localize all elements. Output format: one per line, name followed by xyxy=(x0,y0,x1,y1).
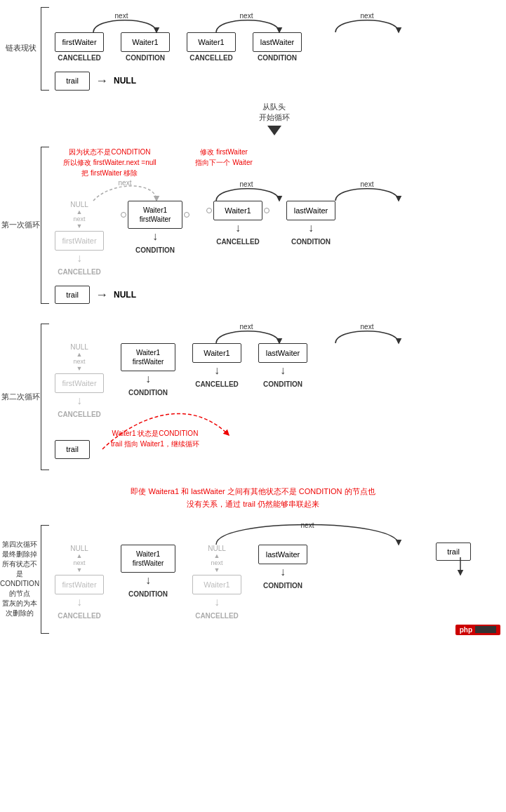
trail-box-4-container: trail xyxy=(436,543,492,578)
section3-nodes-row: next next NULL ▲ next ▼ firstWaiter ↓ CA… xyxy=(49,324,506,418)
firstwaiter-status-1: CANCELLED xyxy=(58,54,101,62)
up-arr-2: ▲ xyxy=(76,208,83,215)
section1-arrows: next next next xyxy=(55,13,448,51)
node-firstwaiter-1: firstWaiter CANCELLED xyxy=(55,32,104,62)
svg-text:next: next xyxy=(361,323,374,331)
firstwaiter-box-1: firstWaiter xyxy=(55,32,104,52)
section4-brace xyxy=(41,525,49,634)
svg-text:next: next xyxy=(240,323,253,331)
lastwaiter-box-1: lastWaiter xyxy=(253,32,302,52)
trail-box-4: trail xyxy=(436,543,471,561)
waiter1-status-3: CANCELLED xyxy=(216,238,260,246)
trail-arrow-1: → xyxy=(95,74,108,88)
down-arrow-node2-2: ↓ xyxy=(152,230,158,243)
annotation-right-2: 修改 firstWaiter指向下一个 Waiter xyxy=(171,147,278,178)
section4-arrows: next xyxy=(55,525,448,564)
svg-text:next: next xyxy=(240,180,253,188)
svg-text:next: next xyxy=(361,12,374,20)
null-label-2: NULL xyxy=(70,201,88,208)
section4-top-annotation: 即使 Waitera1 和 lastWaiter 之间有其他状态不是 CONDI… xyxy=(0,477,506,514)
circle-dot-left-2 xyxy=(121,212,126,218)
node-waiter1first-4: Waiter1firstWaiter ↓ CONDITION xyxy=(121,545,175,598)
node-lastwaiter-1: lastWaiter CONDITION xyxy=(253,32,302,62)
trail-box-1: trail xyxy=(55,72,90,90)
circle-dot-left-3 xyxy=(206,208,212,213)
node-waiter1-canc-1: Waiter1 CANCELLED xyxy=(187,32,236,62)
section2-brace xyxy=(41,147,49,305)
lastwaiter-status-2: CONDITION xyxy=(291,238,331,246)
section4: 第四次循环最终删除掉所有状态不是CONDITION的节点置灰的为本次删除的 ne… xyxy=(0,518,506,641)
trail-null-2: NULL xyxy=(114,290,136,300)
node-firstwaiter-3: NULL ▲ next ▼ firstWaiter ↓ CANCELLED xyxy=(55,343,104,418)
section2-nodes-row: next next next NULL ▲ next ▼ firstWaiter… xyxy=(49,181,506,276)
from-queue-label: 从队头 开始循环 xyxy=(259,102,290,123)
svg-text:next: next xyxy=(301,521,314,529)
firstwaiter-box-3: firstWaiter xyxy=(55,373,104,393)
trail-annotation-3: Waiter1 状态是CONDITIONtrail 指向 Waiter1，继续循… xyxy=(111,428,199,449)
section2-annotations: 因为状态不是CONDITION所以修改 firstWaiter.next =nu… xyxy=(49,147,506,178)
svg-text:next: next xyxy=(115,12,128,20)
php-badge: php xyxy=(455,625,500,635)
down-arrow-last-2: ↓ xyxy=(308,222,314,234)
page-container: 链表现状 next next next xyxy=(0,0,506,641)
firstwaiter-status-2: CANCELLED xyxy=(58,268,101,276)
waiter1-canc-box-1: Waiter1 xyxy=(187,32,236,52)
lastwaiter-box-2: lastWaiter xyxy=(286,201,335,220)
section4-label: 第四次循环最终删除掉所有状态不是CONDITION的节点置灰的为本次删除的 xyxy=(0,540,39,618)
node-firstwaiter-4: NULL ▲ next ▼ firstWaiter ↓ CANCELLED xyxy=(55,545,104,620)
trail-arrow-2: → xyxy=(95,288,108,302)
section1-trail-row: trail → NULL xyxy=(55,72,506,90)
section3-label: 第二次循环 xyxy=(1,392,40,402)
svg-text:next: next xyxy=(119,179,132,187)
node-lastwaiter-3: lastWaiter ↓ CONDITION xyxy=(258,343,307,388)
section3-trail-row: trail Waiter1 状态是CONDITIONtrail 指向 Waite… xyxy=(55,428,506,470)
circle-dot-right-2 xyxy=(184,212,189,218)
node-waiter1-3: Waiter1 ↓ CANCELLED xyxy=(206,201,269,246)
section1-label: 链表现状 xyxy=(1,44,40,54)
node-waiter1-cond-1: Waiter1 CONDITION xyxy=(121,32,170,62)
php-text: php xyxy=(460,626,472,634)
down-arr-2: ▼ xyxy=(76,222,83,229)
node-waiter1-4: NULL ▲ next ▼ Waiter1 ↓ CANCELLED xyxy=(192,545,241,620)
php-bar xyxy=(475,626,496,633)
section4-annotation-text: 即使 Waitera1 和 lastWaiter 之间有其他状态不是 CONDI… xyxy=(49,486,457,510)
section1: 链表现状 next next next xyxy=(0,0,506,98)
down-arrow-node3: ↓ xyxy=(235,222,241,234)
waiter1-cond-box-1: Waiter1 xyxy=(121,32,170,52)
circle-dot-right-3 xyxy=(264,208,269,213)
section1-nodes-row: next next next firstWaiter CANCELLED Wai… xyxy=(49,13,506,62)
section2-trail-row: trail → NULL xyxy=(55,286,506,304)
trail-box-2: trail xyxy=(55,286,90,304)
node-waiter1-canc-3: Waiter1 ↓ CANCELLED xyxy=(192,343,241,388)
section2: 第一次循环 因为状态不是CONDITION所以修改 firstWaiter.ne… xyxy=(0,140,506,312)
waiter1first-box-2: Waiter1firstWaiter xyxy=(128,201,182,229)
next-label-above-2: next xyxy=(73,215,85,222)
waiter1-cond-status-1: CONDITION xyxy=(126,54,165,62)
waiter1-box-4: Waiter1 xyxy=(192,575,241,594)
from-queue-section: 从队头 开始循环 xyxy=(42,102,506,135)
firstwaiter-box-2: firstWaiter xyxy=(55,231,104,251)
trail-null-1: NULL xyxy=(114,76,136,86)
node-lastwaiter-4: lastWaiter ↓ CONDITION xyxy=(258,545,307,590)
node-firstwaiter-2: NULL ▲ next ▼ firstWaiter ↓ CANCELLED xyxy=(55,201,104,276)
section1-brace xyxy=(41,7,49,91)
section3: 第二次循环 next next NULL ▲ next xyxy=(0,317,506,477)
section2-label: 第一次循环 xyxy=(1,220,40,230)
down-arrow-triangle xyxy=(267,126,281,135)
svg-text:next: next xyxy=(240,12,253,20)
section3-arrows: next next xyxy=(55,324,448,362)
waiter1-box-3: Waiter1 xyxy=(213,201,262,220)
lastwaiter-status-1: CONDITION xyxy=(258,54,297,62)
lastwaiter-box-4: lastWaiter xyxy=(258,545,307,564)
node-waiter1first-3: Waiter1firstWaiter ↓ CONDITION xyxy=(121,343,175,397)
firstwaiter-box-4: firstWaiter xyxy=(55,575,104,594)
waiter1first-status-2: CONDITION xyxy=(135,246,175,254)
section3-brace xyxy=(41,324,49,470)
trail-box-3: trail xyxy=(55,440,90,458)
down-arrow-2: ↓ xyxy=(76,252,82,265)
node-waiter1first-2: Waiter1firstWaiter ↓ CONDITION xyxy=(121,201,189,254)
svg-text:next: next xyxy=(361,180,374,188)
annotation-left-2: 因为状态不是CONDITION所以修改 firstWaiter.next =nu… xyxy=(56,147,164,178)
node-lastwaiter-2: lastWaiter ↓ CONDITION xyxy=(286,201,335,246)
waiter1-canc-status-1: CANCELLED xyxy=(189,54,233,62)
